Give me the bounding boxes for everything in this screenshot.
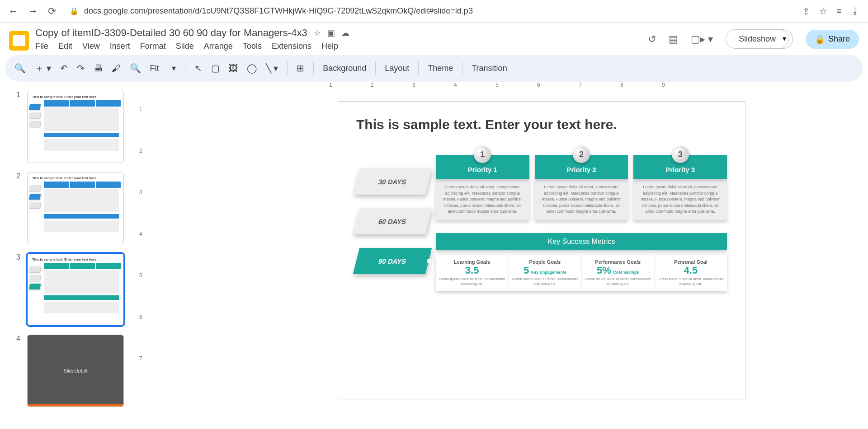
- priority-column[interactable]: 1Priority 1 Lorem ipsum dolor sit amet, …: [436, 155, 529, 220]
- priority-badge: 1: [474, 146, 491, 163]
- canvas-scroll[interactable]: This is sample text. Enter your text her…: [148, 93, 868, 420]
- priority-text[interactable]: Lorem ipsum dolor sit amet, consectetuer…: [535, 179, 628, 220]
- back-button[interactable]: ←: [8, 5, 18, 17]
- tab-60-days[interactable]: 60 DAYS: [353, 208, 432, 234]
- menu-file[interactable]: File: [35, 42, 48, 51]
- download-icon[interactable]: ⭳: [851, 6, 860, 16]
- metric-column[interactable]: Learning Goals 3.5 Lorem ipsum dolor sit…: [436, 255, 509, 291]
- slide-thumb-3[interactable]: This is sample text. Enter your text her…: [27, 253, 124, 326]
- tab-30-days[interactable]: 30 DAYS: [353, 168, 432, 195]
- priority-badge: 3: [672, 146, 689, 163]
- slideshow-dropdown[interactable]: ▾: [776, 29, 793, 49]
- history-icon[interactable]: ↺: [648, 33, 656, 45]
- menu-slide[interactable]: Slide: [176, 42, 194, 51]
- select-tool[interactable]: ↖: [194, 63, 202, 74]
- priority-badge: 2: [573, 146, 590, 163]
- ruler-vertical: 1234567: [139, 93, 148, 420]
- ruler-horizontal: 123456789: [148, 82, 868, 93]
- slide-thumb-4[interactable]: SlideUpLift: [27, 335, 124, 407]
- print-button[interactable]: 🖶: [94, 63, 103, 74]
- priority-text[interactable]: Lorem ipsum dolor sit amet, consectetuer…: [633, 179, 727, 220]
- layout-button[interactable]: Layout: [385, 64, 409, 73]
- search-icon[interactable]: 🔍: [14, 63, 26, 74]
- document-title[interactable]: Copy of itemID-3309-Detailed 30 60 90 da…: [35, 27, 307, 39]
- menu-view[interactable]: View: [82, 42, 100, 51]
- cloud-status-icon[interactable]: ☁: [341, 28, 349, 38]
- present-camera-icon[interactable]: ▢▸ ▾: [691, 33, 713, 45]
- transition-button[interactable]: Transition: [472, 64, 507, 73]
- tab-90-days[interactable]: 90 DAYS: [353, 248, 432, 274]
- paint-format-button[interactable]: 🖌: [112, 63, 121, 74]
- slide-title[interactable]: This is sample text. Enter your text her…: [356, 117, 727, 132]
- menu-help[interactable]: Help: [321, 42, 338, 51]
- line-tool[interactable]: ╲ ▾: [266, 63, 278, 74]
- browser-toolbar: ← → ⟳ 🔒 docs.google.com/presentation/d/1…: [0, 0, 868, 23]
- forward-button[interactable]: →: [28, 5, 38, 17]
- slide-thumb-2[interactable]: This is sample text. Enter your text her…: [27, 172, 124, 244]
- slide-thumb-1[interactable]: This is sample text. Enter your text her…: [27, 91, 124, 163]
- redo-button[interactable]: ↷: [77, 63, 85, 74]
- share-button[interactable]: 🔒 Share: [806, 30, 859, 49]
- url-text: docs.google.com/presentation/d/1cU9Nt7Q3…: [84, 6, 473, 16]
- star-icon[interactable]: ☆: [314, 28, 321, 38]
- app-header: Copy of itemID-3309-Detailed 30 60 90 da…: [0, 23, 868, 51]
- metric-column[interactable]: Performance Goals 5% Cost Savings Lorem …: [582, 255, 655, 291]
- workspace: 1 This is sample text. Enter your text h…: [0, 82, 868, 420]
- menu-format[interactable]: Format: [140, 42, 166, 51]
- metrics-header[interactable]: Key Success Metrics: [436, 233, 727, 250]
- lock-icon: 🔒: [815, 34, 825, 44]
- zoom-dropdown[interactable]: Fit▾: [150, 63, 176, 73]
- priority-text[interactable]: Lorem ipsum dolor sit amet, consectetuer…: [436, 179, 529, 220]
- move-icon[interactable]: ▣: [327, 28, 335, 38]
- menu-arrange[interactable]: Arrange: [204, 42, 233, 51]
- textbox-tool[interactable]: ▢: [211, 63, 220, 74]
- menu-bar: File Edit View Insert Format Slide Arran…: [35, 42, 648, 51]
- edit-toolbar: 🔍 ＋ ▾ ↶ ↷ 🖶 🖌 🔍 Fit▾ ↖ ▢ 🖼 ◯ ╲ ▾ ⊞ Backg…: [5, 55, 863, 82]
- menu-insert[interactable]: Insert: [110, 42, 130, 51]
- lock-icon: 🔒: [70, 7, 79, 15]
- priority-column[interactable]: 2Priority 2 Lorem ipsum dolor sit amet, …: [535, 155, 628, 220]
- slides-logo-icon[interactable]: [9, 31, 29, 51]
- menu-edit[interactable]: Edit: [58, 42, 72, 51]
- slide-filmstrip: 1 This is sample text. Enter your text h…: [0, 82, 130, 420]
- comments-icon[interactable]: ▤: [669, 33, 678, 45]
- address-bar[interactable]: 🔒 docs.google.com/presentation/d/1cU9Nt7…: [66, 6, 793, 16]
- undo-button[interactable]: ↶: [60, 63, 68, 74]
- comment-add-button[interactable]: ⊞: [297, 63, 304, 74]
- shape-tool[interactable]: ◯: [247, 63, 257, 74]
- menu-tools[interactable]: Tools: [243, 42, 262, 51]
- bookmark-icon[interactable]: ☆: [819, 6, 827, 17]
- background-button[interactable]: Background: [323, 64, 366, 73]
- metric-column[interactable]: People Goals 5 Key Engagements Lorem ips…: [509, 255, 581, 291]
- menu-extensions[interactable]: Extensions: [272, 42, 311, 51]
- priority-column[interactable]: 3Priority 3 Lorem ipsum dolor sit amet, …: [633, 155, 727, 220]
- reload-button[interactable]: ⟳: [48, 5, 56, 17]
- zoom-icon[interactable]: 🔍: [130, 63, 141, 74]
- image-tool[interactable]: 🖼: [229, 63, 238, 74]
- metric-column[interactable]: Personal Goal 4.5 Lorem ipsum dolor sit …: [655, 255, 727, 291]
- share-page-icon[interactable]: ⇪: [802, 6, 810, 17]
- slide-canvas[interactable]: This is sample text. Enter your text her…: [338, 102, 745, 400]
- canvas-area: 123456789 1234567 This is sample text. E…: [130, 82, 868, 420]
- reading-list-icon[interactable]: ≡: [836, 6, 842, 16]
- new-slide-button[interactable]: ＋ ▾: [35, 62, 51, 75]
- theme-button[interactable]: Theme: [428, 64, 453, 73]
